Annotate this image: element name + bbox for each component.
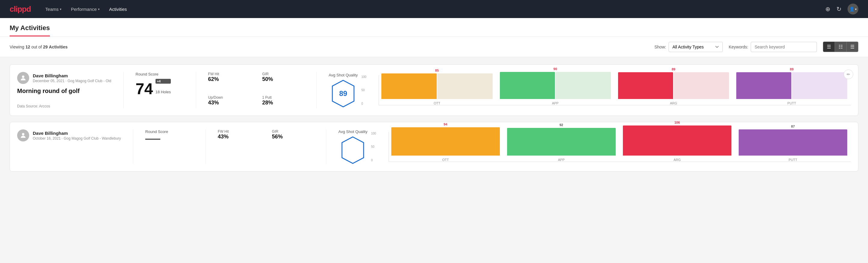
search-input[interactable] <box>751 42 817 52</box>
bar-x-putt: PUTT <box>787 101 796 105</box>
bar-arg-2 <box>623 125 732 155</box>
avatar <box>17 72 29 84</box>
hexagon-container: 89 <box>329 80 358 108</box>
bar-ott-bg <box>437 74 493 99</box>
edit-button[interactable]: ✏ <box>844 69 853 79</box>
filter-bar: Viewing 12 out of 29 Activities Show: Al… <box>0 37 868 57</box>
view-toggle-buttons: ☰ ☷ ☰ <box>823 41 858 52</box>
bar-x-ott: OTT <box>434 101 440 105</box>
show-label: Show: <box>654 45 666 49</box>
user-details: Dave Billingham December 05, 2021 · Gog … <box>33 73 111 83</box>
logo-text[interactable]: clippd <box>10 4 31 14</box>
bar-putt-fill <box>736 72 792 99</box>
round-score-label-2: Round Score <box>145 129 193 134</box>
fw-hit-label-2: FW Hit <box>218 129 260 134</box>
bar-app-fill <box>500 72 555 99</box>
gir-label-2: GIR <box>272 129 314 134</box>
bar-value-app-2: 92 <box>559 123 563 127</box>
bar-group-ott: 85 OTT <box>381 68 492 105</box>
divider-1 <box>123 72 124 108</box>
stats-section: FW Hit 62% Up/Down 43% <box>208 72 250 108</box>
bar-arg <box>618 72 729 99</box>
bar-group-ott-2: 94 OTT <box>391 122 500 162</box>
avatar-2 <box>17 129 29 141</box>
data-source: Data Source: Arccos <box>17 104 111 108</box>
card-2-left: Dave Billingham October 16, 2021 · Gog M… <box>17 129 121 164</box>
round-score-label: Round Score <box>136 72 184 77</box>
viewing-total: 29 <box>43 45 48 49</box>
bar-group-app: 90 APP <box>500 67 611 105</box>
bar-group-app-2: 92 APP <box>507 123 616 162</box>
bar-x-putt-2: PUTT <box>788 158 797 162</box>
compact-view-btn[interactable]: ☰ <box>847 42 858 52</box>
nav-performance[interactable]: Performance ▾ <box>71 5 99 13</box>
activity-card-1: Dave Billingham December 05, 2021 · Gog … <box>10 64 858 116</box>
divider-2 <box>196 72 196 108</box>
gir-value-2: 56% <box>272 134 314 140</box>
performance-chevron-icon: ▾ <box>98 7 99 11</box>
divider-card2-2 <box>206 129 206 164</box>
nav-teams[interactable]: Teams ▾ <box>45 5 61 13</box>
fw-hit-stat: FW Hit 62% <box>208 72 250 83</box>
svg-point-0 <box>22 76 24 78</box>
updown-label: Up/Down <box>208 95 250 99</box>
bar-app-2 <box>507 128 616 155</box>
y-label-100: 100 <box>361 75 366 79</box>
bar-value-arg-2: 106 <box>674 121 680 124</box>
page-header: My Activities <box>0 18 868 37</box>
fw-hit-stat-2: FW Hit 43% <box>218 129 260 140</box>
add-icon[interactable]: ⊕ <box>825 5 830 12</box>
nav-right-actions: ⊕ ↻ 👤 ▾ <box>825 4 858 14</box>
user-name-2: Dave Billingham <box>33 130 121 136</box>
y-axis-labels: 100 50 0 <box>361 75 366 105</box>
bar-x-ott-2: OTT <box>442 158 449 162</box>
user-name: Dave Billingham <box>33 73 111 78</box>
y-label-0: 0 <box>361 102 366 105</box>
hexagon-value: 89 <box>339 89 347 98</box>
score-value: 74 <box>136 81 153 96</box>
bar-group-putt-2: 87 PUTT <box>739 124 847 162</box>
bar-app <box>500 72 611 99</box>
score-main: 74 +4 18 Holes <box>136 79 184 96</box>
hexagon-svg-2 <box>341 136 365 164</box>
keywords-label: Keywords: <box>729 45 748 49</box>
avatar-icon: 👤 <box>849 7 855 11</box>
bar-ott-2 <box>391 127 500 155</box>
gir-value: 50% <box>262 76 304 83</box>
user-details-2: Dave Billingham October 16, 2021 · Gog M… <box>33 130 121 141</box>
nav-activities[interactable]: Activities <box>109 5 127 13</box>
bar-x-arg: ARG <box>670 101 677 105</box>
fw-hit-label: FW Hit <box>208 72 250 76</box>
refresh-icon[interactable]: ↻ <box>836 5 841 12</box>
user-avatar-nav[interactable]: 👤 ▾ <box>847 4 858 14</box>
card-1-left: Dave Billingham December 05, 2021 · Gog … <box>17 72 111 108</box>
show-filter-group: Show: All Activity Types <box>654 42 723 52</box>
activity-type-select[interactable]: All Activity Types <box>669 42 723 52</box>
bar-label-ott-value: 85 <box>435 68 439 72</box>
stats-section-card2-2: GIR 56% <box>272 129 314 164</box>
bar-label-arg-value: 89 <box>672 67 675 71</box>
user-info-row-2: Dave Billingham October 16, 2021 · Gog M… <box>17 129 121 141</box>
teams-chevron-icon: ▾ <box>60 7 61 11</box>
bar-value-putt-2: 87 <box>791 124 795 128</box>
gir-label: GIR <box>262 72 304 76</box>
updown-stat: Up/Down 43% <box>208 95 250 106</box>
fw-hit-value-2: 43% <box>218 134 260 140</box>
avg-shot-label: Avg Shot Quality <box>329 73 358 77</box>
bar-putt <box>736 72 847 99</box>
gir-stat: GIR 50% <box>262 72 304 83</box>
bar-ott <box>381 74 492 99</box>
avg-shot-label-2: Avg Shot Quality <box>338 129 368 134</box>
avatar-chevron-icon: ▾ <box>855 7 857 11</box>
bar-chart: 100 50 0 85 OTT <box>370 75 851 105</box>
bar-chart-2: 100 50 0 94 OTT 92 <box>379 132 851 162</box>
hexagon-container-2 <box>338 136 368 164</box>
bar-ott-fill <box>381 74 437 99</box>
grid-view-btn[interactable]: ☷ <box>835 42 847 52</box>
activity-title: Morning round of golf <box>17 88 111 94</box>
list-view-btn[interactable]: ☰ <box>823 42 835 52</box>
bar-label-app-value: 90 <box>553 67 557 71</box>
keywords-filter-group: Keywords: <box>729 42 817 52</box>
activity-card-2: Dave Billingham October 16, 2021 · Gog M… <box>10 122 858 172</box>
gir-stat-2: GIR 56% <box>272 129 314 140</box>
